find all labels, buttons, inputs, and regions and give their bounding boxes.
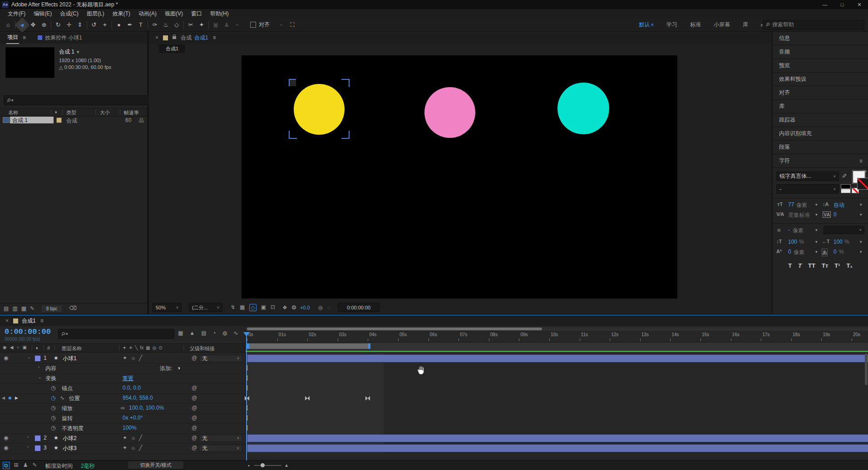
mini-flowchart-icon[interactable]: ▦	[178, 330, 183, 336]
stopwatch-icon[interactable]: ◷	[51, 425, 55, 431]
frame-blend-header-icon[interactable]: ▦	[146, 345, 150, 350]
stopwatch-icon[interactable]: ◷	[51, 415, 55, 421]
video-visibility-icon[interactable]: ◉	[4, 435, 8, 441]
baseline-shift-value[interactable]: 0	[788, 249, 791, 255]
stroke-style-dropdown[interactable]: ˅	[824, 226, 864, 234]
timeline-zoom-slider[interactable]	[254, 465, 281, 466]
collapse-switch-icon[interactable]: ✦	[123, 355, 127, 361]
subscript-button[interactable]: T₁	[847, 262, 853, 269]
small-caps-button[interactable]: Tᴛ	[822, 262, 828, 269]
label-color-swatch[interactable]	[56, 118, 62, 123]
kerning-caret-icon[interactable]: ▾	[815, 212, 818, 217]
stroke-width-caret-icon[interactable]: ▾	[815, 228, 818, 232]
transform-group-row[interactable]: ⌄变换重置	[0, 373, 245, 384]
timeline-zoom-knob[interactable]	[261, 463, 265, 467]
workspace-tab-1[interactable]: 学习	[660, 21, 684, 29]
minimize-button[interactable]: —	[816, 0, 833, 9]
property-row-1[interactable]: ◀◆▶◷∿位置954.0, 558.0@	[0, 393, 245, 404]
world-axis-mode-icon[interactable]: ♟	[221, 20, 232, 30]
horizontal-scale-value[interactable]: 100	[833, 239, 843, 245]
magnification-dropdown[interactable]: 50%˅	[153, 303, 182, 312]
property-row-3[interactable]: ◷旋转0x +0.0°@	[0, 413, 245, 424]
tsume-caret-icon[interactable]: ▾	[860, 250, 862, 254]
group-expander-icon[interactable]: ⌄	[38, 375, 42, 379]
add-icon[interactable]: ◑	[177, 365, 180, 371]
layer-color-swatch[interactable]	[35, 435, 41, 441]
effects-header-icon[interactable]: fx	[140, 345, 143, 350]
quality-switch-icon[interactable]: ☼	[131, 435, 136, 441]
panel-section-7[interactable]: 内容识别填充	[773, 127, 868, 141]
all-caps-button[interactable]: TT	[808, 262, 815, 269]
zoom-out-mountain-icon[interactable]: ▴	[248, 463, 250, 467]
parent-pick-whip-icon[interactable]: @	[192, 445, 197, 451]
kerning-value[interactable]: 度量标准	[788, 211, 810, 219]
parent-pick-whip-icon[interactable]: @	[192, 425, 197, 431]
panel-section-8[interactable]: 段落	[773, 141, 868, 154]
collapse-switch-icon[interactable]: ✦	[123, 435, 127, 441]
local-axis-mode-icon[interactable]: ▣	[210, 20, 221, 30]
layer-bar-3[interactable]	[247, 444, 868, 452]
timeline-search-box[interactable]: ⚲ ▾	[58, 329, 174, 339]
motion-blur-header-icon[interactable]: ◎	[153, 345, 157, 350]
panel-menu-icon[interactable]: ≡	[859, 158, 863, 164]
faux-italic-button[interactable]: T	[798, 262, 802, 269]
column-framerate[interactable]: 帧速率	[124, 109, 139, 116]
menu-item-0[interactable]: 文件(F)	[4, 10, 30, 18]
parent-dropdown[interactable]: 无˅	[199, 355, 242, 362]
view-axis-mode-icon[interactable]: ⌁	[232, 20, 243, 30]
layer-name[interactable]: 小球3	[63, 445, 77, 452]
column-name[interactable]: 名称	[8, 109, 18, 116]
effect-switch-icon[interactable]: ╱	[139, 355, 142, 361]
viewer-subtab[interactable]: 合成1	[159, 44, 185, 53]
lock-icon[interactable]	[173, 36, 176, 39]
tab-project[interactable]: 项目	[6, 32, 19, 44]
panel-section-2[interactable]: 预览	[773, 59, 868, 73]
region-of-interest-icon[interactable]: ▣	[261, 304, 266, 311]
parent-dropdown[interactable]: 无˅	[199, 435, 242, 442]
color-depth-button[interactable]: 8 bpc	[42, 305, 62, 312]
effect-switch-icon[interactable]: ╱	[139, 435, 142, 441]
snap-checkbox[interactable]	[250, 22, 256, 28]
layer-name-column[interactable]: 图层名称	[62, 345, 82, 352]
playhead-handle[interactable]	[243, 332, 250, 337]
property-name[interactable]: 缩放	[62, 405, 73, 412]
shy-layers-icon[interactable]: ▤	[201, 330, 206, 336]
property-name[interactable]: 位置	[69, 395, 80, 402]
parent-pick-whip-icon[interactable]: @	[192, 435, 197, 441]
swap-fill-stroke-icon[interactable]: ↷	[863, 169, 867, 175]
quality-switch-icon[interactable]: ☼	[131, 355, 136, 361]
draw-icon[interactable]: ✎	[32, 462, 37, 469]
character-panel-header[interactable]: 字符 ≡	[773, 154, 868, 168]
parent-pick-whip-icon[interactable]: @	[192, 405, 197, 411]
color-management-icon[interactable]: ❖	[282, 304, 287, 311]
exposure-value[interactable]: +0.0	[300, 305, 310, 310]
transparency-grid-icon[interactable]: ▦	[240, 304, 245, 311]
mini-flowchart-icon[interactable]: ⧉	[3, 462, 10, 469]
property-name[interactable]: 旋转	[62, 415, 73, 422]
vertical-scale-value[interactable]: 100	[788, 239, 797, 245]
font-family-dropdown[interactable]: 锐字真言体...˅	[776, 171, 839, 181]
new-folder-icon[interactable]: ▥	[12, 305, 17, 312]
shape-circle-cyan[interactable]	[557, 83, 609, 134]
tracking-value[interactable]: 0	[833, 211, 837, 218]
close-tab-icon[interactable]: ×	[5, 318, 9, 324]
next-keyframe-icon[interactable]: ▶	[15, 396, 18, 400]
shape-tool-icon[interactable]: ●	[113, 20, 124, 30]
table-row[interactable]: 合成 1 合成 60 品	[0, 116, 147, 124]
orbit-camera-tool-icon[interactable]: ↻	[53, 20, 64, 30]
font-style-dropdown[interactable]: -˅	[776, 184, 839, 194]
eyedropper-icon[interactable]: ✎	[841, 173, 848, 178]
label-column-icon[interactable]: ⬧	[55, 109, 57, 115]
workspace-tab-4[interactable]: 库	[736, 21, 755, 29]
panel-menu-icon[interactable]: ≡	[40, 318, 44, 324]
panel-section-3[interactable]: 效果和预设	[773, 73, 868, 86]
add-keyframe-icon[interactable]: ◆	[8, 395, 12, 400]
marquee-icon[interactable]: ⛶	[287, 20, 298, 30]
timeline-tab-comp-name[interactable]: 合成1	[22, 317, 36, 325]
property-value[interactable]: 0.0, 0.0	[123, 385, 141, 391]
layer-color-swatch[interactable]	[35, 355, 41, 362]
stopwatch-icon[interactable]: ◷	[51, 405, 55, 411]
property-row-4[interactable]: ◷不透明度100%@	[0, 423, 245, 434]
playhead-line[interactable]	[246, 332, 247, 460]
render-queue-icon[interactable]: ♟	[23, 462, 28, 469]
